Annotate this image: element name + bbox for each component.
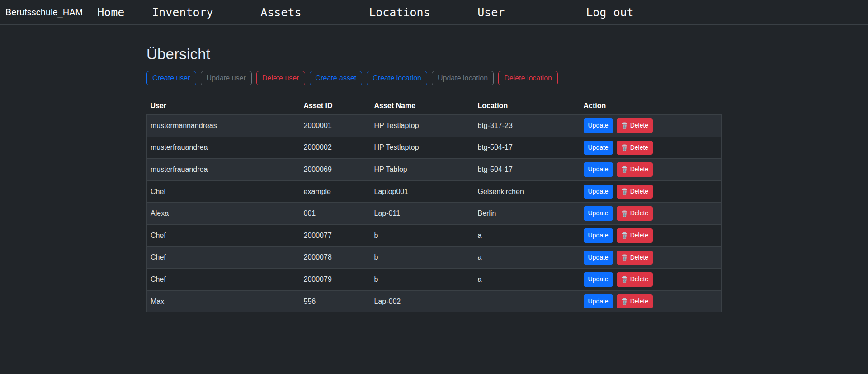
main-content: Übersicht Create userUpdate userDelete u… bbox=[146, 25, 722, 312]
delete-button-label: Delete bbox=[630, 187, 648, 196]
delete-button[interactable]: Delete bbox=[617, 162, 653, 177]
nav-item-user[interactable]: User bbox=[477, 6, 586, 19]
cell-location: Gelsenkirchen bbox=[474, 180, 580, 203]
table-row: Chef2000079baUpdateDelete bbox=[147, 269, 722, 291]
page-title: Übersicht bbox=[146, 46, 722, 63]
cell-asset-name: Lap-011 bbox=[371, 203, 474, 225]
delete-button[interactable]: Delete bbox=[617, 294, 653, 309]
column-header-action: Action bbox=[580, 98, 722, 115]
cell-user: Max bbox=[147, 290, 300, 312]
update-button[interactable]: Update bbox=[584, 272, 613, 287]
cell-action: UpdateDelete bbox=[580, 115, 722, 137]
delete-user-button[interactable]: Delete user bbox=[256, 71, 305, 85]
cell-asset-id: 2000002 bbox=[300, 137, 371, 159]
cell-asset-id: 556 bbox=[300, 290, 371, 312]
navbar: Berufsschule_HAM HomeInventoryAssetsLoca… bbox=[0, 0, 868, 25]
delete-button-label: Delete bbox=[630, 275, 648, 284]
table-row: musterfrauandrea2000002HP Testlaptopbtg-… bbox=[147, 137, 722, 159]
trash-icon bbox=[621, 232, 628, 239]
delete-button[interactable]: Delete bbox=[617, 206, 653, 221]
update-user-button[interactable]: Update user bbox=[201, 71, 252, 85]
navbar-brand[interactable]: Berufsschule_HAM bbox=[5, 7, 83, 18]
cell-location: a bbox=[474, 246, 580, 269]
cell-asset-name: b bbox=[371, 269, 474, 291]
cell-user: Alexa bbox=[147, 203, 300, 225]
delete-button-label: Delete bbox=[630, 209, 648, 218]
cell-asset-name: HP Tablop bbox=[371, 159, 474, 181]
table-row: mustermannandreas2000001HP Testlaptopbtg… bbox=[147, 115, 722, 137]
update-button[interactable]: Update bbox=[584, 294, 613, 309]
cell-user: Chef bbox=[147, 180, 300, 203]
cell-asset-id: example bbox=[300, 180, 371, 203]
cell-action: UpdateDelete bbox=[580, 290, 722, 312]
delete-button[interactable]: Delete bbox=[617, 228, 653, 243]
cell-asset-id: 2000001 bbox=[300, 115, 371, 137]
table-header-row: UserAsset IDAsset NameLocationAction bbox=[147, 98, 722, 115]
update-button[interactable]: Update bbox=[584, 162, 613, 177]
cell-asset-id: 2000069 bbox=[300, 159, 371, 181]
cell-user: Chef bbox=[147, 224, 300, 246]
table-body: mustermannandreas2000001HP Testlaptopbtg… bbox=[147, 115, 722, 312]
nav-item-log-out[interactable]: Log out bbox=[586, 6, 633, 19]
update-button[interactable]: Update bbox=[584, 228, 613, 243]
table-row: Max556Lap-002UpdateDelete bbox=[147, 290, 722, 312]
cell-action: UpdateDelete bbox=[580, 203, 722, 225]
nav-item-assets[interactable]: Assets bbox=[260, 6, 369, 19]
cell-location: a bbox=[474, 269, 580, 291]
cell-asset-name: HP Testlaptop bbox=[371, 115, 474, 137]
cell-user: Chef bbox=[147, 246, 300, 269]
nav-item-locations[interactable]: Locations bbox=[369, 6, 477, 19]
trash-icon bbox=[621, 276, 628, 283]
trash-icon bbox=[621, 122, 628, 129]
navbar-items: HomeInventoryAssetsLocationsUserLog out bbox=[97, 6, 633, 19]
delete-button-label: Delete bbox=[630, 143, 648, 152]
trash-icon bbox=[621, 144, 628, 151]
cell-asset-id: 2000078 bbox=[300, 246, 371, 269]
delete-button-label: Delete bbox=[630, 165, 648, 174]
delete-location-button[interactable]: Delete location bbox=[498, 71, 558, 85]
update-button[interactable]: Update bbox=[584, 118, 613, 133]
delete-button[interactable]: Delete bbox=[617, 251, 653, 265]
cell-location: btg-317-23 bbox=[474, 115, 580, 137]
column-header-asset-id: Asset ID bbox=[300, 98, 371, 115]
update-button[interactable]: Update bbox=[584, 251, 613, 265]
create-location-button[interactable]: Create location bbox=[367, 71, 427, 85]
cell-action: UpdateDelete bbox=[580, 246, 722, 269]
delete-button[interactable]: Delete bbox=[617, 141, 653, 155]
create-user-button[interactable]: Create user bbox=[146, 71, 196, 85]
cell-user: musterfrauandrea bbox=[147, 137, 300, 159]
table-row: Chef2000078baUpdateDelete bbox=[147, 246, 722, 269]
update-button[interactable]: Update bbox=[584, 206, 613, 221]
nav-item-inventory[interactable]: Inventory bbox=[152, 6, 260, 19]
update-button[interactable]: Update bbox=[584, 185, 613, 199]
delete-button[interactable]: Delete bbox=[617, 272, 653, 287]
table-row: Chef2000077baUpdateDelete bbox=[147, 224, 722, 246]
trash-icon bbox=[621, 254, 628, 261]
cell-asset-id: 001 bbox=[300, 203, 371, 225]
delete-button-label: Delete bbox=[630, 121, 648, 130]
update-location-button[interactable]: Update location bbox=[432, 71, 494, 85]
cell-asset-name: b bbox=[371, 246, 474, 269]
column-header-asset-name: Asset Name bbox=[371, 98, 474, 115]
assets-table: UserAsset IDAsset NameLocationAction mus… bbox=[146, 98, 722, 312]
cell-action: UpdateDelete bbox=[580, 137, 722, 159]
trash-icon bbox=[621, 166, 628, 173]
cell-action: UpdateDelete bbox=[580, 180, 722, 203]
update-button[interactable]: Update bbox=[584, 141, 613, 155]
delete-button[interactable]: Delete bbox=[617, 185, 653, 199]
cell-asset-name: b bbox=[371, 224, 474, 246]
delete-button[interactable]: Delete bbox=[617, 118, 653, 133]
cell-location: Berlin bbox=[474, 203, 580, 225]
cell-action: UpdateDelete bbox=[580, 159, 722, 181]
cell-user: mustermannandreas bbox=[147, 115, 300, 137]
delete-button-label: Delete bbox=[630, 253, 648, 262]
cell-asset-id: 2000079 bbox=[300, 269, 371, 291]
trash-icon bbox=[621, 298, 628, 305]
cell-asset-name: HP Testlaptop bbox=[371, 137, 474, 159]
trash-icon bbox=[621, 188, 628, 195]
cell-action: UpdateDelete bbox=[580, 269, 722, 291]
cell-location: btg-504-17 bbox=[474, 137, 580, 159]
trash-icon bbox=[621, 210, 628, 217]
nav-item-home[interactable]: Home bbox=[97, 6, 152, 19]
create-asset-button[interactable]: Create asset bbox=[310, 71, 363, 85]
